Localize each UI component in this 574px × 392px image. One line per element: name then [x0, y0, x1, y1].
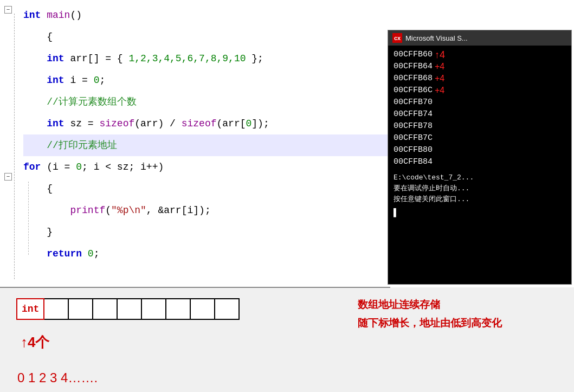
code-line-5: //计算元素数组个数	[23, 91, 389, 113]
separator-line	[0, 287, 390, 288]
array-cell-3	[118, 298, 142, 320]
array-cell-7	[215, 298, 240, 320]
code-line-7: //打印元素地址	[23, 134, 389, 156]
console-body: 00CFFB60 ↑4 00CFFB64 +4 00CFFB68 +4 00CF…	[388, 46, 571, 284]
code-line-10: printf("%p\n", &arr[i]);	[23, 200, 389, 221]
console-window: cx Microsoft Visual S... 00CFFB60 ↑4 00C…	[388, 30, 572, 285]
code-line-3: int arr[] = { 1,2,3,4,5,6,7,8,9,10 };	[23, 48, 389, 69]
code-line-8: for (i = 0; i < sz; i++)	[23, 156, 389, 178]
code-line-12: return 0;	[23, 243, 389, 265]
collapse-main-icon[interactable]: −	[4, 6, 12, 14]
array-cell-4	[142, 298, 166, 320]
array-cell-0	[44, 298, 69, 320]
array-cell-5	[166, 298, 191, 320]
console-titlebar: cx Microsoft Visual S...	[388, 30, 571, 46]
collapse-for-icon[interactable]: −	[4, 173, 12, 181]
console-footer-3: 按任意键关闭此窗口...	[394, 194, 566, 205]
array-diagram: int	[16, 298, 240, 320]
code-line-1: int main()	[23, 4, 389, 26]
console-footer-2: 要在调试停止时自动...	[394, 183, 566, 194]
right-text-line1: 数组地址连续存储	[358, 295, 502, 314]
svg-text:↑4个: ↑4个	[21, 334, 50, 350]
console-app-icon: cx	[392, 33, 402, 43]
code-line-4: int i = 0;	[23, 69, 389, 91]
code-line-11: }	[23, 221, 389, 243]
code-line-2: {	[23, 26, 389, 48]
code-line-6: int sz = sizeof(arr) / sizeof(arr[0]);	[23, 113, 389, 134]
svg-text:0   1   2   3   4…….: 0 1 2 3 4…….	[17, 370, 98, 385]
console-title: Microsoft Visual S...	[405, 34, 468, 42]
code-line-9: {	[23, 178, 389, 200]
code-content: int main() { int arr[] = { 1,2,3,4,5,6,7…	[23, 4, 389, 265]
array-cell-2	[93, 298, 118, 320]
main-container: − − int main() { int arr[] = { 1,2,3,4,5…	[0, 0, 574, 392]
array-type-label: int	[16, 298, 44, 320]
array-cells-row: int	[16, 298, 240, 320]
right-text-line2: 随下标增长，地址由低到高变化	[358, 314, 502, 332]
console-footer-1: E:\code\test_7_2...	[394, 172, 566, 183]
array-cell-6	[191, 298, 215, 320]
array-cell-1	[69, 298, 93, 320]
right-annotation: 数组地址连续存储 随下标增长，地址由低到高变化	[358, 295, 502, 332]
